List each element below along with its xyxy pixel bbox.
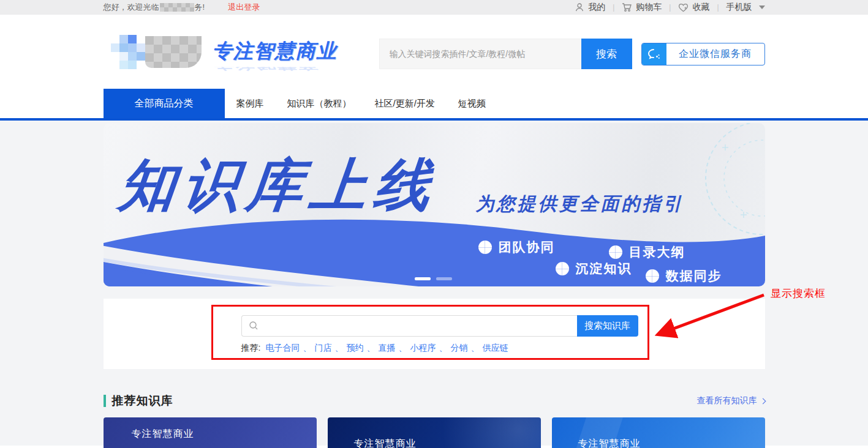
blurred-username xyxy=(160,3,194,12)
carousel-dot-active[interactable] xyxy=(415,277,431,280)
header-search: 搜索 xyxy=(379,39,632,69)
cart-label: 购物车 xyxy=(636,2,662,13)
banner-badge-sync: 数据同步 xyxy=(646,267,722,285)
wechat-icon xyxy=(642,43,666,65)
hero-banner[interactable]: 知识库上线 为您提供更全面的指引 团队协同 目录大纲 沉淀知识 数据同步 xyxy=(104,123,765,286)
tag-supply-chain[interactable]: 供应链 xyxy=(482,343,508,354)
cart-link[interactable]: 购物车 xyxy=(622,2,662,13)
view-all-label: 查看所有知识库 xyxy=(697,395,757,406)
divider: | xyxy=(717,3,719,12)
heart-icon xyxy=(678,3,689,12)
my-account-link[interactable]: 我的 xyxy=(575,2,605,13)
tag-miniprogram[interactable]: 小程序 xyxy=(410,343,436,354)
logo-pixelated-icon xyxy=(111,35,145,69)
nav-short-video[interactable]: 短视频 xyxy=(447,89,497,118)
badge-circle-icon xyxy=(556,262,569,275)
greeting-suffix: 务! xyxy=(195,2,205,13)
tag-store[interactable]: 门店 xyxy=(314,343,331,354)
tag-distribution[interactable]: 分销 xyxy=(450,343,467,354)
card-title: 专注智慧商业 xyxy=(132,428,194,441)
nav-community[interactable]: 社区/更新/开发 xyxy=(363,89,447,118)
wechat-service-button[interactable]: 企业微信服务商 xyxy=(641,43,765,65)
tag-e-contract[interactable]: 电子合同 xyxy=(265,343,300,354)
badge-circle-icon xyxy=(609,245,622,259)
knowledge-card[interactable]: 专注智慧商业 xyxy=(104,417,317,448)
banner-badge-outline: 目录大纲 xyxy=(609,244,685,261)
banner-title: 知识库上线 xyxy=(115,147,442,223)
badge-circle-icon xyxy=(478,241,492,254)
divider: | xyxy=(669,3,671,12)
carousel-indicators xyxy=(415,277,452,280)
logo-slogan: 专注智慧商业 专注智慧商业 xyxy=(213,38,320,75)
tag-booking[interactable]: 预约 xyxy=(346,343,363,354)
wechat-service-label: 企业微信服务商 xyxy=(666,43,764,65)
recommend-label: 推荐: xyxy=(241,343,261,354)
topbar: 您好，欢迎光临务! 退出登录 我的 | 购物车 | 收藏 | xyxy=(0,0,868,15)
card-title: 专注智慧商业 xyxy=(578,438,641,448)
knowledge-search-button[interactable]: 搜索知识库 xyxy=(577,315,638,337)
header-search-input[interactable] xyxy=(379,39,581,69)
badge-circle-icon xyxy=(646,269,659,283)
greeting-text: 您好，欢迎光临 xyxy=(104,2,159,13)
favorites-link[interactable]: 收藏 xyxy=(678,2,709,13)
page: 您好，欢迎光临务! 退出登录 我的 | 购物车 | 收藏 | xyxy=(0,0,868,448)
header-search-button[interactable]: 搜索 xyxy=(581,39,632,69)
divider: | xyxy=(613,3,614,12)
carousel-dot[interactable] xyxy=(436,277,452,280)
search-icon xyxy=(249,321,259,330)
card-title: 专注智慧商业 xyxy=(354,438,417,448)
logo-slogan-text: 专注智慧商业 xyxy=(213,38,320,65)
tag-live[interactable]: 直播 xyxy=(378,343,395,354)
nav-case-library[interactable]: 案例库 xyxy=(225,89,276,118)
logo-slogan-reflection: 专注智慧商业 xyxy=(213,67,320,73)
recommended-section-header: 推荐知识库 查看所有知识库 xyxy=(104,392,765,409)
banner-subtitle: 为您提供更全面的指引 xyxy=(476,192,684,217)
banner-badge-knowledge: 沉淀知识 xyxy=(556,260,632,277)
knowledge-card[interactable]: 专注智慧商业 xyxy=(328,417,541,448)
mobile-version-menu[interactable]: 手机版 xyxy=(726,2,765,13)
knowledge-cards: 专注智慧商业 专注智慧商业 专注智慧商业 xyxy=(104,417,765,448)
section-accent-bar xyxy=(104,395,106,407)
main-nav: 全部商品分类 案例库 知识库（教程） 社区/更新/开发 短视频 xyxy=(0,89,868,121)
mobile-version-label: 手机版 xyxy=(726,2,752,13)
main-content: 知识库上线 为您提供更全面的指引 团队协同 目录大纲 沉淀知识 数据同步 搜索知… xyxy=(0,121,868,446)
site-header: 专注智慧商业 专注智慧商业 搜索 企业微信服务商 xyxy=(0,15,868,89)
favorites-label: 收藏 xyxy=(692,2,709,13)
knowledge-search-panel: 搜索知识库 推荐: 电子合同、 门店、 预约、 直播、 小程序、 分销、 供应链 xyxy=(104,299,765,369)
logout-link[interactable]: 退出登录 xyxy=(228,2,260,13)
section-title: 推荐知识库 xyxy=(112,393,173,409)
cart-icon xyxy=(622,2,632,12)
my-account-label: 我的 xyxy=(588,2,605,13)
nav-all-categories[interactable]: 全部商品分类 xyxy=(104,89,225,118)
nav-knowledge-base[interactable]: 知识库（教程） xyxy=(276,89,363,118)
annotation-label: 显示搜索框 xyxy=(771,286,826,301)
user-icon xyxy=(575,2,584,12)
chevron-right-icon xyxy=(760,398,766,404)
caret-down-icon xyxy=(759,6,765,9)
knowledge-card[interactable]: 专注智慧商业 xyxy=(552,417,765,448)
logo-pixelated-name xyxy=(145,36,202,68)
recommend-tags: 推荐: 电子合同、 门店、 预约、 直播、 小程序、 分销、 供应链 xyxy=(241,343,508,354)
knowledge-search-input[interactable] xyxy=(241,315,577,337)
topbar-menu: 我的 | 购物车 | 收藏 | 手机版 xyxy=(575,2,764,13)
view-all-link[interactable]: 查看所有知识库 xyxy=(697,395,765,406)
banner-badge-team: 团队协同 xyxy=(478,239,555,256)
